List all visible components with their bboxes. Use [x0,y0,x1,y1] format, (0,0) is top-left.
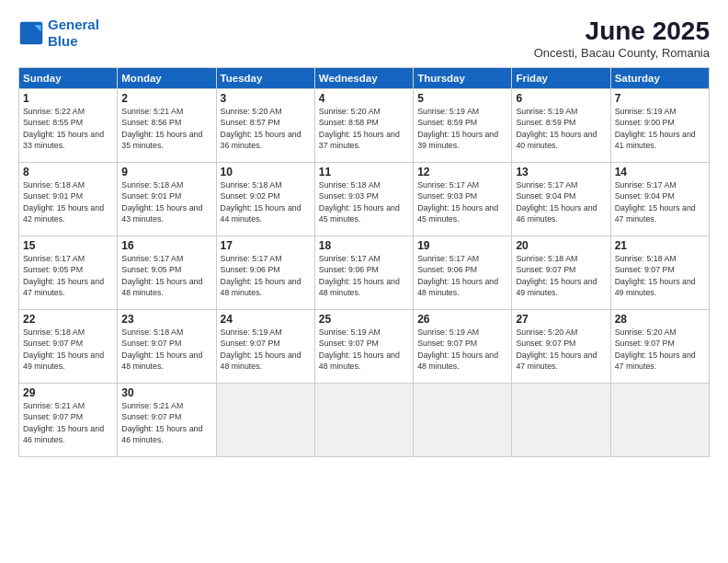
day-number: 10 [221,166,311,178]
day-number: 26 [417,313,507,326]
day-number: 12 [417,166,507,178]
week-row-3: 15Sunrise: 5:17 AMSunset: 9:05 PMDayligh… [19,236,710,310]
day-info: Sunrise: 5:18 AMSunset: 9:07 PMDaylight:… [121,327,211,372]
day-info: Sunrise: 5:21 AMSunset: 9:07 PMDaylight:… [121,400,211,445]
day-info: Sunrise: 5:21 AMSunset: 8:56 PMDaylight:… [121,106,211,151]
calendar-cell [414,384,512,457]
calendar-cell: 10Sunrise: 5:18 AMSunset: 9:02 PMDayligh… [216,163,314,236]
calendar-cell [610,384,709,457]
day-number: 27 [516,313,606,326]
day-info: Sunrise: 5:17 AMSunset: 9:04 PMDaylight:… [516,179,606,224]
calendar-cell: 27Sunrise: 5:20 AMSunset: 9:07 PMDayligh… [512,310,610,384]
calendar-cell: 24Sunrise: 5:19 AMSunset: 9:07 PMDayligh… [216,310,314,384]
day-info: Sunrise: 5:19 AMSunset: 9:00 PMDaylight:… [615,106,705,151]
logo-text: General Blue [48,17,99,50]
day-number: 30 [121,386,211,399]
day-number: 8 [23,166,113,178]
day-info: Sunrise: 5:17 AMSunset: 9:06 PMDaylight:… [319,253,409,298]
day-number: 19 [417,239,507,252]
day-number: 28 [615,313,705,326]
weekday-header-row: SundayMondayTuesdayWednesdayThursdayFrid… [19,68,710,89]
calendar-cell: 21Sunrise: 5:18 AMSunset: 9:07 PMDayligh… [610,236,709,310]
day-number: 2 [121,92,211,105]
weekday-header-tuesday: Tuesday [216,68,314,89]
calendar-cell: 4Sunrise: 5:20 AMSunset: 8:58 PMDaylight… [314,89,413,163]
day-info: Sunrise: 5:20 AMSunset: 8:57 PMDaylight:… [221,106,311,151]
day-info: Sunrise: 5:20 AMSunset: 9:07 PMDaylight:… [516,327,606,372]
day-number: 11 [319,166,409,178]
calendar-subtitle: Oncesti, Bacau County, Romania [534,46,710,60]
calendar-cell: 22Sunrise: 5:18 AMSunset: 9:07 PMDayligh… [19,310,118,384]
day-info: Sunrise: 5:17 AMSunset: 9:05 PMDaylight:… [23,253,113,298]
calendar-cell: 17Sunrise: 5:17 AMSunset: 9:06 PMDayligh… [216,236,314,310]
day-number: 14 [615,166,705,178]
logo-icon [18,20,44,46]
calendar-cell: 12Sunrise: 5:17 AMSunset: 9:03 PMDayligh… [414,163,512,236]
day-info: Sunrise: 5:19 AMSunset: 9:07 PMDaylight:… [221,327,311,372]
day-number: 24 [221,313,311,326]
weekday-header-monday: Monday [118,68,216,89]
day-number: 29 [23,386,113,399]
weekday-header-saturday: Saturday [610,68,709,89]
calendar-cell: 20Sunrise: 5:18 AMSunset: 9:07 PMDayligh… [512,236,610,310]
day-info: Sunrise: 5:18 AMSunset: 9:01 PMDaylight:… [23,179,113,224]
day-number: 6 [516,92,606,105]
title-block: June 2025 Oncesti, Bacau County, Romania [534,17,710,60]
day-number: 18 [319,239,409,252]
day-info: Sunrise: 5:20 AMSunset: 8:58 PMDaylight:… [319,106,409,151]
week-row-2: 8Sunrise: 5:18 AMSunset: 9:01 PMDaylight… [19,163,710,236]
calendar-cell [512,384,610,457]
day-info: Sunrise: 5:22 AMSunset: 8:55 PMDaylight:… [23,106,113,151]
calendar-cell: 16Sunrise: 5:17 AMSunset: 9:05 PMDayligh… [118,236,216,310]
calendar-cell: 28Sunrise: 5:20 AMSunset: 9:07 PMDayligh… [610,310,709,384]
calendar-cell: 15Sunrise: 5:17 AMSunset: 9:05 PMDayligh… [19,236,118,310]
calendar-cell: 1Sunrise: 5:22 AMSunset: 8:55 PMDaylight… [19,89,118,163]
day-info: Sunrise: 5:17 AMSunset: 9:06 PMDaylight:… [221,253,311,298]
calendar-cell: 29Sunrise: 5:21 AMSunset: 9:07 PMDayligh… [19,384,118,457]
day-info: Sunrise: 5:18 AMSunset: 9:02 PMDaylight:… [221,179,311,224]
day-number: 17 [221,239,311,252]
calendar-cell: 11Sunrise: 5:18 AMSunset: 9:03 PMDayligh… [314,163,413,236]
weekday-header-wednesday: Wednesday [314,68,413,89]
day-info: Sunrise: 5:20 AMSunset: 9:07 PMDaylight:… [615,327,705,372]
day-number: 22 [23,313,113,326]
day-info: Sunrise: 5:18 AMSunset: 9:07 PMDaylight:… [23,327,113,372]
day-info: Sunrise: 5:18 AMSunset: 9:03 PMDaylight:… [319,179,409,224]
day-info: Sunrise: 5:18 AMSunset: 9:01 PMDaylight:… [121,179,211,224]
calendar-cell: 18Sunrise: 5:17 AMSunset: 9:06 PMDayligh… [314,236,413,310]
calendar-cell [216,384,314,457]
week-row-5: 29Sunrise: 5:21 AMSunset: 9:07 PMDayligh… [19,384,710,457]
week-row-4: 22Sunrise: 5:18 AMSunset: 9:07 PMDayligh… [19,310,710,384]
calendar-cell: 23Sunrise: 5:18 AMSunset: 9:07 PMDayligh… [118,310,216,384]
calendar-cell: 5Sunrise: 5:19 AMSunset: 8:59 PMDaylight… [414,89,512,163]
logo: General Blue [18,17,99,50]
day-info: Sunrise: 5:17 AMSunset: 9:05 PMDaylight:… [121,253,211,298]
day-number: 21 [615,239,705,252]
calendar-cell: 26Sunrise: 5:19 AMSunset: 9:07 PMDayligh… [414,310,512,384]
calendar-cell: 2Sunrise: 5:21 AMSunset: 8:56 PMDaylight… [118,89,216,163]
day-number: 4 [319,92,409,105]
calendar-cell: 25Sunrise: 5:19 AMSunset: 9:07 PMDayligh… [314,310,413,384]
calendar-cell: 14Sunrise: 5:17 AMSunset: 9:04 PMDayligh… [610,163,709,236]
day-info: Sunrise: 5:19 AMSunset: 8:59 PMDaylight:… [516,106,606,151]
calendar-cell: 19Sunrise: 5:17 AMSunset: 9:06 PMDayligh… [414,236,512,310]
day-info: Sunrise: 5:17 AMSunset: 9:06 PMDaylight:… [417,253,507,298]
calendar-cell: 8Sunrise: 5:18 AMSunset: 9:01 PMDaylight… [19,163,118,236]
calendar-title: June 2025 [534,17,710,46]
day-number: 25 [319,313,409,326]
day-info: Sunrise: 5:18 AMSunset: 9:07 PMDaylight:… [516,253,606,298]
day-number: 20 [516,239,606,252]
day-info: Sunrise: 5:17 AMSunset: 9:03 PMDaylight:… [417,179,507,224]
calendar-cell: 9Sunrise: 5:18 AMSunset: 9:01 PMDaylight… [118,163,216,236]
calendar-cell: 13Sunrise: 5:17 AMSunset: 9:04 PMDayligh… [512,163,610,236]
day-number: 9 [121,166,211,178]
calendar-cell: 6Sunrise: 5:19 AMSunset: 8:59 PMDaylight… [512,89,610,163]
day-number: 7 [615,92,705,105]
day-number: 13 [516,166,606,178]
weekday-header-friday: Friday [512,68,610,89]
day-number: 16 [121,239,211,252]
page: General Blue June 2025 Oncesti, Bacau Co… [0,0,728,563]
day-info: Sunrise: 5:21 AMSunset: 9:07 PMDaylight:… [23,400,113,445]
day-info: Sunrise: 5:19 AMSunset: 9:07 PMDaylight:… [319,327,409,372]
day-number: 3 [221,92,311,105]
